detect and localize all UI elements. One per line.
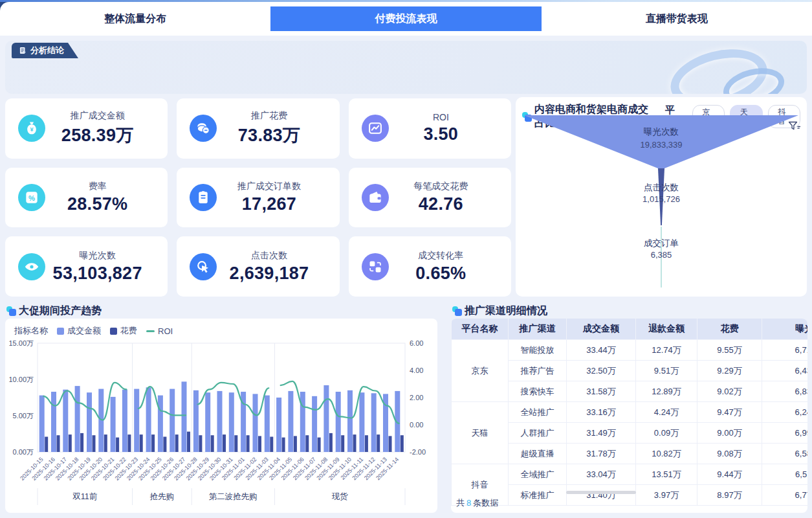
- gmv-cell: 33.44万: [567, 340, 636, 361]
- exposure-cell: 6,771,649: [762, 485, 808, 506]
- kpi-body: 点击次数2,639,187: [217, 250, 329, 284]
- legend-item-ROI[interactable]: ROI: [146, 325, 173, 337]
- money-bag-icon: ¥: [18, 115, 45, 142]
- tab-2[interactable]: 付费投流表现: [270, 6, 541, 31]
- table-panel-title: 推广渠道明细情况: [452, 304, 547, 318]
- cost-cell: 9.00万: [697, 423, 762, 444]
- column-header[interactable]: 平台名称: [452, 319, 509, 340]
- trend-panel-title: 大促期间投产趋势: [6, 304, 102, 318]
- kpi-body: ROI3.50: [389, 112, 501, 144]
- tab-3[interactable]: 直播带货表现: [542, 6, 812, 31]
- top-accent-line: [0, 0, 812, 2]
- row-count: 8: [465, 498, 473, 508]
- funnel-stage-value: 1,015,726: [642, 194, 680, 204]
- gmv-cell: 31.78万: [567, 444, 636, 464]
- channel-cell: 全域推广: [509, 464, 567, 485]
- gmv-cell: 31.40万: [567, 485, 636, 506]
- gmv-cell: 31.49万: [567, 423, 636, 444]
- order-icon: [190, 184, 217, 211]
- kpi-label: 费率: [45, 181, 149, 192]
- analysis-badge-label: 分析结论: [30, 45, 64, 56]
- kpi-label: 曝光次数: [45, 250, 149, 262]
- kpi-card-percent: %费率28.57%: [5, 168, 168, 228]
- kpi-label: 点击次数: [217, 250, 321, 262]
- channel-cell: 超级直播: [509, 444, 567, 464]
- channel-cell: 推荐广告: [509, 361, 567, 381]
- eye-icon: [18, 253, 45, 280]
- document-pen-icon: [18, 46, 27, 55]
- refund-cell: 4.24万: [636, 402, 697, 423]
- platform-cell: 天猫: [452, 402, 509, 464]
- y-right-tick: 4.00: [410, 366, 423, 374]
- exposure-cell: 6,836,999: [762, 381, 808, 402]
- column-header[interactable]: 花费: [697, 319, 762, 340]
- trend-panel-title-text: 大促期间投产趋势: [19, 304, 102, 318]
- cost-cell: 9.29万: [697, 361, 762, 381]
- kpi-card-click: 点击次数2,639,187: [177, 236, 339, 297]
- kpi-card-eye: 曝光次数53,103,827: [5, 236, 168, 297]
- kpi-card-coins: 推广花费73.83万: [177, 98, 339, 159]
- kpi-label: 推广花费: [217, 110, 321, 122]
- kpi-card-order: 推广成交订单数17,267: [177, 168, 339, 228]
- svg-text:%: %: [28, 194, 35, 202]
- funnel-panel: 内容电商和货架电商成交占比 平台: 京东天猫抖音 曝光次数19,833,339点…: [516, 97, 807, 297]
- channel-cell: 标准推广: [509, 485, 567, 506]
- table-row: 天猫全站推广33.16万4.24万9.47万6,249,042: [452, 402, 808, 423]
- column-header[interactable]: 推广渠道: [509, 319, 567, 340]
- conversion-funnel-chart: 曝光次数19,833,339点击次数1,015,726成交订单6,385: [519, 114, 804, 294]
- channel-cell: 全站推广: [509, 402, 567, 423]
- kpi-value: 73.83万: [217, 124, 321, 147]
- kpi-value: 42.76: [389, 194, 493, 214]
- kpi-label: ROI: [389, 112, 493, 122]
- refund-cell: 12.89万: [636, 381, 697, 402]
- kpi-card-trend: ROI3.50: [349, 98, 511, 159]
- kpi-value: 2,639,187: [217, 264, 321, 284]
- refund-cell: 0.09万: [636, 423, 697, 444]
- footer-prefix: 共: [456, 498, 465, 508]
- funnel-stage-label: 曝光次数: [644, 127, 679, 137]
- section-label: 现货: [332, 492, 349, 501]
- trend-chart-panel: 指标名称 成交金额花费ROI 15.00万10.00万5.00万0.00万6.0…: [5, 319, 437, 513]
- exposure-cell: 6,994,503: [762, 423, 808, 444]
- exposure-cell: 6,511,280: [762, 464, 808, 485]
- analysis-badge: 分析结论: [12, 43, 78, 58]
- channel-cell: 人群推广: [509, 423, 567, 444]
- kpi-label: 成交转化率: [389, 250, 493, 262]
- kpi-body: 推广成交金额258.39万: [45, 110, 157, 147]
- channel-cell: 搜索快车: [509, 381, 567, 402]
- kpi-card-wallet: 每笔成交花费42.76: [349, 168, 511, 228]
- kpi-value: 258.39万: [45, 124, 149, 147]
- kpi-card-conversion: 成交转化率0.65%: [349, 236, 511, 297]
- exposure-cell: 6,589,794: [762, 444, 808, 464]
- legend-title: 指标名称: [14, 325, 48, 337]
- channel-detail-table: 平台名称推广渠道成交金额退款金额花费曝光次数京东智能投放33.44万12.74万…: [451, 319, 807, 506]
- column-header[interactable]: 退款金额: [636, 319, 697, 340]
- table-row: 抖音全域推广33.04万13.51万9.44万6,511,280: [452, 464, 808, 485]
- kpi-card-grid: ¥推广成交金额258.39万推广花费73.83万ROI3.50%费率28.57%…: [5, 98, 511, 297]
- kpi-body: 费率28.57%: [45, 181, 157, 214]
- coins-icon: [190, 115, 217, 142]
- y-left-tick: 5.00万: [13, 412, 34, 420]
- gmv-cell: 31.58万: [567, 381, 636, 402]
- panel-title-icon: [452, 306, 462, 316]
- cost-cell: 9.47万: [697, 402, 762, 423]
- table-row: 京东智能投放33.44万12.74万9.55万6,716,300: [452, 340, 808, 361]
- legend-item-成交金额[interactable]: 成交金额: [57, 325, 101, 337]
- column-header[interactable]: 成交金额: [567, 319, 636, 340]
- kpi-card-money-bag: ¥推广成交金额258.39万: [5, 98, 168, 159]
- funnel-stage-label: 成交订单: [644, 238, 679, 248]
- column-header[interactable]: 曝光次数: [762, 319, 808, 340]
- tab-1[interactable]: 整体流量分布: [0, 6, 270, 31]
- refund-cell: 3.97万: [636, 485, 697, 506]
- legend-item-花费[interactable]: 花费: [110, 325, 137, 337]
- funnel-stage-label: 点击次数: [644, 183, 679, 192]
- cost-cell: 9.02万: [697, 381, 762, 402]
- y-right-tick: 2.00: [410, 394, 423, 401]
- exposure-cell: 6,434,260: [762, 361, 808, 381]
- horizontal-scrollbar[interactable]: [566, 491, 636, 494]
- section-label: 第二波抢先购: [209, 492, 258, 501]
- kpi-value: 17,267: [217, 194, 321, 214]
- wallet-icon: [362, 184, 389, 211]
- platform-cell: 京东: [452, 340, 509, 402]
- kpi-label: 推广成交订单数: [217, 181, 321, 192]
